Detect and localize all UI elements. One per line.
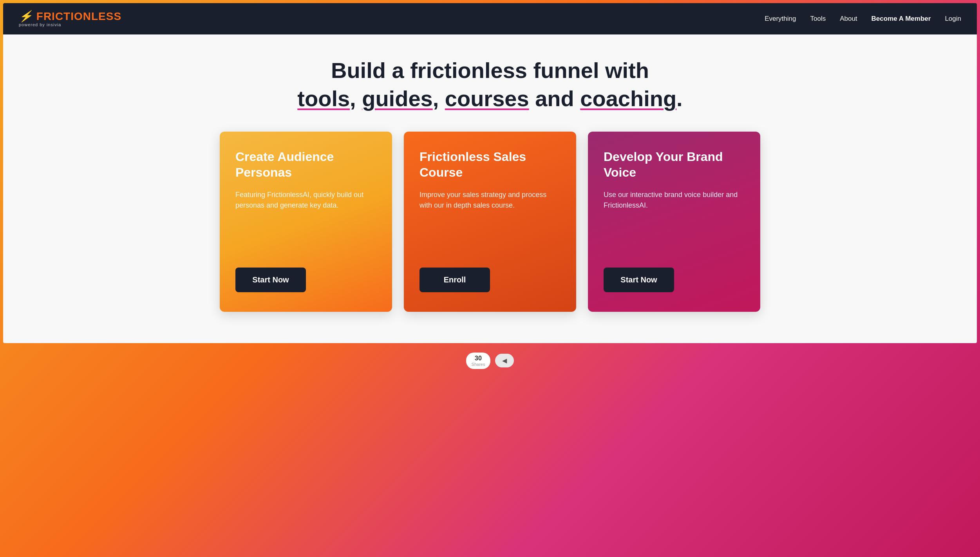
navbar: ⚡ FRICTIONLESS powered by insivia Everyt… — [3, 3, 977, 34]
nav-link-tools[interactable]: Tools — [810, 15, 826, 22]
logo-text: ⚡ FRICTIONLESS — [19, 11, 121, 22]
card-personas-title: Create Audience Personas — [235, 149, 376, 180]
nav-item-become-member[interactable]: Become A Member — [872, 15, 931, 23]
card-brand-desc: Use our interactive brand voice builder … — [604, 190, 745, 255]
logo-subtitle: powered by insivia — [19, 23, 121, 27]
share-icon: ◀ — [502, 357, 507, 364]
nav-link-everything[interactable]: Everything — [765, 15, 796, 22]
card-brand-btn[interactable]: Start Now — [604, 268, 674, 292]
hero-line2: tools, guides, courses and coaching. — [34, 85, 946, 112]
card-personas-btn[interactable]: Start Now — [235, 268, 306, 292]
hero-coaching: coaching — [580, 86, 676, 111]
cards-grid: Create Audience Personas Featuring Frict… — [220, 132, 760, 312]
hero-guides: guides — [362, 86, 432, 111]
share-button[interactable]: ◀ — [495, 354, 514, 367]
card-sales-btn[interactable]: Enroll — [419, 268, 490, 292]
main-content: Build a frictionless funnel with tools, … — [3, 34, 977, 343]
card-sales-desc: Improve your sales strategy and process … — [419, 190, 561, 255]
nav-item-tools[interactable]: Tools — [810, 15, 826, 23]
card-sales-course: Frictionless Sales Course Improve your s… — [404, 132, 576, 312]
nav-link-login[interactable]: Login — [945, 15, 961, 22]
logo-f-letter: ⚡ — [19, 10, 33, 22]
nav-link-about[interactable]: About — [840, 15, 857, 22]
shares-count: 30 — [475, 355, 482, 362]
nav-item-about[interactable]: About — [840, 15, 857, 23]
hero-tools: tools — [297, 86, 350, 111]
shares-badge: 30 Shares — [466, 353, 491, 369]
logo[interactable]: ⚡ FRICTIONLESS powered by insivia — [19, 11, 121, 27]
logo-brand-name: FRICTIONLESS — [36, 10, 121, 22]
hero-courses: courses — [445, 86, 529, 111]
card-brand-title: Develop Your Brand Voice — [604, 149, 745, 180]
bottom-share-bar: 30 Shares ◀ — [3, 350, 977, 371]
hero-line1: Build a frictionless funnel with — [34, 58, 946, 83]
hero-section: Build a frictionless funnel with tools, … — [27, 58, 953, 112]
card-personas: Create Audience Personas Featuring Frict… — [220, 132, 392, 312]
nav-item-login[interactable]: Login — [945, 15, 961, 23]
card-brand-voice: Develop Your Brand Voice Use our interac… — [588, 132, 760, 312]
nav-item-everything[interactable]: Everything — [765, 15, 796, 23]
nav-links: Everything Tools About Become A Member L… — [765, 15, 961, 23]
card-personas-desc: Featuring FrictionlessAI, quickly build … — [235, 190, 376, 255]
nav-link-become-member[interactable]: Become A Member — [872, 15, 931, 22]
shares-label: Shares — [472, 362, 485, 367]
card-sales-title: Frictionless Sales Course — [419, 149, 561, 180]
